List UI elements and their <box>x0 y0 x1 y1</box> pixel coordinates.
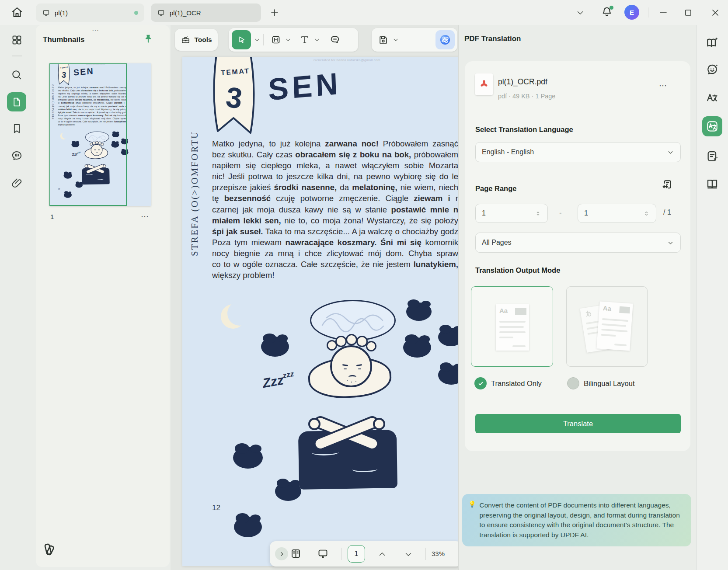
comments-button[interactable] <box>10 149 23 162</box>
attachments-button[interactable] <box>11 177 23 189</box>
maximize-button[interactable] <box>683 7 693 18</box>
save-button[interactable] <box>378 35 389 45</box>
theme-swatches-button[interactable] <box>42 542 58 558</box>
paragraph-line: miałem lekki sen, nie to, co moja żona! … <box>58 108 127 111</box>
comment-tool-button[interactable] <box>329 34 341 45</box>
range-separator: - <box>559 209 562 217</box>
zoom-level[interactable]: 33% <box>432 550 445 557</box>
right-sidebar <box>697 25 728 570</box>
home-button[interactable] <box>10 6 24 19</box>
current-page-input[interactable]: 1 <box>348 545 365 563</box>
fist-shape <box>308 418 320 430</box>
spinner-icon[interactable] <box>643 210 650 217</box>
next-page-button[interactable] <box>404 549 413 559</box>
translate-box-icon <box>706 120 719 133</box>
comment-icon <box>10 149 23 162</box>
ai-assistant-button[interactable] <box>435 30 455 49</box>
spinner-icon[interactable] <box>535 210 541 217</box>
avatar-initial: E <box>630 9 634 16</box>
chevron-down-icon[interactable] <box>254 36 261 43</box>
tab-pl1[interactable]: pl(1) <box>36 3 144 22</box>
heading-tool-button[interactable] <box>271 35 281 45</box>
language-select[interactable]: English - English <box>475 142 681 162</box>
lightbulb-icon: 💡 <box>468 500 476 540</box>
minimize-button[interactable] <box>658 7 669 18</box>
text-tool-button[interactable] <box>300 35 310 45</box>
select-tool-button[interactable] <box>232 30 251 49</box>
ai-chat-button[interactable] <box>705 63 719 76</box>
chevron-down-icon[interactable] <box>285 36 292 43</box>
paragraph-line: tę bezsenność czuję potworne zmęczenie. … <box>58 101 127 104</box>
mock-line <box>601 334 616 337</box>
paragraph-line: nocy biegnie za mną i chce zlicytować mó… <box>212 248 458 259</box>
page-thumbnail[interactable]: Generated for hanna.kotarska@gmail.com S… <box>49 63 151 206</box>
chevron-down-icon[interactable] <box>313 36 320 43</box>
grid-view-button[interactable] <box>11 34 23 46</box>
shape <box>227 301 252 326</box>
thumbnails-panel-button[interactable] <box>7 92 26 111</box>
avatar[interactable]: E <box>624 5 639 20</box>
thumbnail-more-button[interactable]: ⋯ <box>141 212 150 221</box>
new-tab-button[interactable] <box>269 7 280 18</box>
paragraph-line: przepisze jakieś środki nasenne, da mela… <box>212 182 458 193</box>
previous-page-button[interactable] <box>377 549 387 559</box>
two-page-view-button[interactable] <box>290 548 302 560</box>
page-range-settings-button[interactable] <box>661 179 674 192</box>
document-title: SEN <box>73 66 94 78</box>
pages-select[interactable]: All Pages <box>475 233 681 253</box>
page-side-label: STREFA (O(>)OMFORTU <box>189 81 200 256</box>
radio-translated-only[interactable]: Translated Only <box>474 377 542 389</box>
bookmarks-button[interactable] <box>11 123 23 135</box>
ai-swirl-icon <box>439 34 451 46</box>
notifications-button[interactable] <box>601 6 613 18</box>
page-from-input[interactable]: 1 <box>475 204 548 223</box>
file-more-button[interactable]: ⋯ <box>659 81 668 90</box>
mock-latin-text: Aa <box>499 307 508 314</box>
document-viewport[interactable]: Generated for hanna.kotarska@gmail.com S… <box>171 25 458 570</box>
mode-card-translated-only[interactable]: Aa <box>471 286 553 367</box>
pin-icon <box>143 33 154 45</box>
ai-reader-button[interactable] <box>705 36 719 50</box>
cursor-icon <box>237 35 247 45</box>
expand-bar-button[interactable] <box>275 547 288 560</box>
paragraph-line: Poza tym miewam nawracające koszmary. Śn… <box>212 237 458 248</box>
mode-card-bilingual[interactable]: Aa <box>566 286 648 367</box>
tabs-dropdown-button[interactable] <box>575 8 585 17</box>
more-icon: ⋯ <box>659 81 668 90</box>
paperclip-icon <box>11 177 23 189</box>
output-mode-label: Translation Output Mode <box>475 266 560 275</box>
reader-view-button[interactable] <box>705 177 719 191</box>
mock-line <box>499 337 513 338</box>
radio-label: Bilingual Layout <box>584 379 635 388</box>
radio-bilingual-layout[interactable]: Bilingual Layout <box>567 377 635 389</box>
chevron-down-icon[interactable] <box>392 36 399 43</box>
sheep-shape <box>438 365 458 385</box>
pin-panel-button[interactable] <box>143 33 154 45</box>
shape <box>86 173 93 175</box>
eye <box>356 364 362 366</box>
hair-curl <box>101 143 104 146</box>
search-button[interactable] <box>10 69 23 81</box>
translate-text-button[interactable] <box>705 91 719 105</box>
sleep-zzz: Zzzzzz <box>261 370 296 391</box>
translate-button[interactable]: Translate <box>475 414 681 433</box>
paragraph-line: Poza tym miewam nawracające koszmary. Śn… <box>58 114 127 117</box>
chevron-down-icon <box>667 149 674 156</box>
tools-button[interactable]: Tools <box>175 29 218 51</box>
sheep-shape <box>275 482 301 501</box>
mock-line <box>614 344 627 346</box>
panel-drag-handle[interactable]: ⋯ <box>92 26 100 34</box>
pdf-translation-button-active[interactable] <box>702 116 722 136</box>
sheep-shape <box>112 132 119 137</box>
close-button[interactable] <box>710 7 721 18</box>
mock-page-front: Aa <box>596 301 633 351</box>
tab-pl1-ocr[interactable]: pl(1)_OCR <box>151 3 261 22</box>
drag-dots: ⋯ <box>92 26 100 34</box>
ai-summary-button[interactable] <box>705 149 719 163</box>
head-shape <box>330 345 372 387</box>
sheep-shape <box>121 139 128 145</box>
page-side-label: STREFA (O(>)OMFORTU <box>51 70 54 119</box>
page-to-input[interactable]: 1 <box>578 204 656 223</box>
titlebar: pl(1) pl(1)_OCR E <box>0 0 728 25</box>
presentation-button[interactable] <box>317 548 329 560</box>
